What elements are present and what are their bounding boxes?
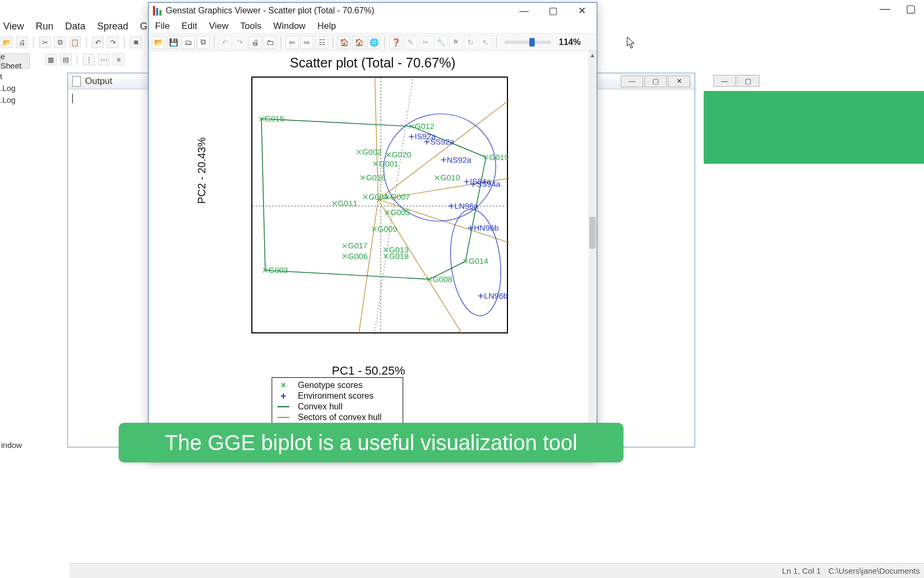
sheet-tab[interactable]: e Sheet [1, 52, 27, 70]
legend-sector-icon [278, 417, 289, 418]
bg-green-panel [704, 91, 924, 164]
menu-file[interactable]: File [155, 21, 170, 32]
svg-text:G010: G010 [441, 173, 460, 182]
menu-window[interactable]: Window [273, 21, 305, 32]
copy-icon[interactable]: ⧉ [197, 36, 210, 49]
tb2-e-icon[interactable]: ≡ [113, 54, 125, 65]
tb2-a-icon[interactable]: ▦ [45, 54, 57, 65]
legend-label: Sectors of convex hull [298, 413, 382, 422]
menu-view[interactable]: View [209, 21, 229, 32]
menu-tools[interactable]: Tools [240, 21, 261, 32]
redo-icon[interactable]: ↷ [234, 36, 247, 49]
bg-right-window-controls: — ▢ [704, 0, 924, 17]
svg-text:G019: G019 [489, 153, 509, 162]
undo-icon[interactable]: ↶ [219, 36, 232, 49]
undo-icon[interactable]: ↶ [92, 36, 104, 48]
svg-text:G003: G003 [268, 265, 288, 275]
bg-menu-spread[interactable]: Spread [97, 21, 128, 32]
svg-text:G005: G005 [390, 208, 410, 217]
scroll-thumb[interactable] [589, 217, 596, 249]
svg-text:G002: G002 [362, 147, 382, 156]
tb2-b-icon[interactable]: ▤ [60, 54, 72, 65]
svg-text:G007: G007 [390, 192, 410, 201]
text-caret [72, 94, 73, 103]
maximize-button[interactable]: ▢ [644, 75, 667, 87]
globe-icon[interactable]: 🌐 [367, 36, 380, 49]
mdi-restore[interactable]: ▢ [737, 75, 759, 87]
app-icon [152, 6, 161, 16]
mouse-cursor-icon [627, 36, 636, 49]
save-icon[interactable]: 💾 [167, 36, 180, 49]
svg-text:LN96a: LN96a [455, 201, 479, 210]
bg-menu-data[interactable]: Data [65, 21, 86, 32]
svg-line-6 [378, 200, 471, 334]
plot-canvas[interactable]: Scatter plot (Total - 70.67%) PC2 - 20.4… [149, 51, 597, 447]
copy-icon[interactable]: ⧉ [54, 36, 66, 48]
prev-icon[interactable]: ⇦ [286, 36, 298, 49]
pointer-icon[interactable]: ↖ [479, 36, 492, 49]
legend-env-icon: + [278, 391, 289, 402]
window-maximize-button[interactable]: ▢ [541, 3, 565, 18]
svg-text:G016: G016 [366, 173, 386, 182]
tool-b-icon[interactable]: ✂ [419, 36, 432, 49]
tb2-c-icon[interactable]: ⋮ [83, 54, 95, 65]
legend-label: Environment scores [298, 391, 373, 401]
save-all-icon[interactable]: 🗂 [182, 36, 195, 49]
taskbar-item[interactable]: indow [1, 440, 22, 450]
tool-a-icon[interactable]: ✎ [404, 36, 417, 49]
delete-icon[interactable]: ✖ [130, 36, 142, 48]
minimize-button[interactable]: — [621, 75, 643, 87]
next-icon[interactable]: ⇨ [301, 36, 313, 49]
minimize-icon[interactable]: — [877, 3, 893, 15]
svg-text:G001: G001 [379, 159, 398, 168]
document-icon [72, 76, 81, 87]
svg-text:HN96b: HN96b [474, 223, 499, 232]
maximize-icon[interactable]: ▢ [903, 2, 919, 15]
window-title: Genstat Graphics Viewer - Scatter plot (… [166, 6, 374, 16]
zoom-slider[interactable] [504, 41, 551, 44]
status-cursor-pos: Ln 1, Col 1 [782, 566, 821, 575]
legend-hull-icon [278, 406, 289, 407]
mdi-minimize[interactable]: — [713, 75, 736, 87]
window-minimize-button[interactable]: — [512, 3, 536, 18]
tool-e-icon[interactable]: ↻ [464, 36, 477, 49]
subtitle-overlay: The GGE biplot is a useful visualization… [119, 423, 623, 462]
svg-text:NS92a: NS92a [447, 155, 472, 164]
close-button[interactable]: ✕ [668, 75, 690, 87]
folder-icon[interactable]: 🗀 [264, 36, 276, 49]
svg-line-7 [355, 200, 378, 334]
tool-d-icon[interactable]: ⚑ [449, 36, 462, 49]
tool-c-icon[interactable]: 🔧 [434, 36, 447, 49]
bg-menu-run[interactable]: Run [36, 21, 53, 32]
paste-icon[interactable]: 📋 [69, 36, 81, 48]
bg-menu-view[interactable]: View [3, 21, 24, 32]
print-icon[interactable]: 🖨 [249, 36, 261, 49]
tree-item[interactable]: t [0, 71, 32, 82]
redo-icon[interactable]: ↷ [107, 36, 119, 48]
y-axis-label: PC2 - 20.43% [196, 137, 208, 204]
plot-area[interactable]: G015G012G002G020G019G001G016G010G004G007… [251, 77, 508, 333]
open-icon[interactable]: 📂 [152, 36, 165, 49]
vertical-scrollbar[interactable]: ▲ ▼ [588, 51, 597, 447]
tb2-d-icon[interactable]: ⋯ [98, 54, 110, 65]
gv-titlebar[interactable]: Genstat Graphics Viewer - Scatter plot (… [149, 3, 597, 19]
whatsthis-icon[interactable]: ❓ [389, 36, 402, 49]
tree-item[interactable]: .Log [0, 82, 32, 94]
menu-edit[interactable]: Edit [181, 21, 197, 32]
zoom-value: 114% [559, 37, 581, 47]
home-a-icon[interactable]: 🏠 [337, 36, 350, 49]
svg-text:SS92a: SS92a [430, 137, 455, 146]
gv-toolbar: 📂 💾 🗂 ⧉ ↶ ↷ 🖨 🗀 ⇦ ⇨ ☷ 🏠 🏠 🌐 ❓ ✎ ✂ [149, 34, 597, 51]
cascade-icon[interactable]: ☷ [315, 36, 328, 49]
scroll-up-icon[interactable]: ▲ [588, 51, 597, 59]
print-icon[interactable]: 🖨 [16, 36, 28, 48]
open-icon[interactable]: 📂 [1, 36, 13, 48]
project-tree[interactable]: t .Log .Log [0, 71, 32, 106]
tree-item[interactable]: .Log [0, 94, 32, 106]
window-close-button[interactable]: ✕ [570, 3, 594, 18]
menu-help[interactable]: Help [317, 21, 336, 32]
svg-text:LN96b: LN96b [484, 291, 507, 300]
cut-icon[interactable]: ✂ [39, 36, 51, 48]
home-b-icon[interactable]: 🏠 [352, 36, 365, 49]
plot-title: Scatter plot (Total - 70.67%) [149, 55, 597, 71]
